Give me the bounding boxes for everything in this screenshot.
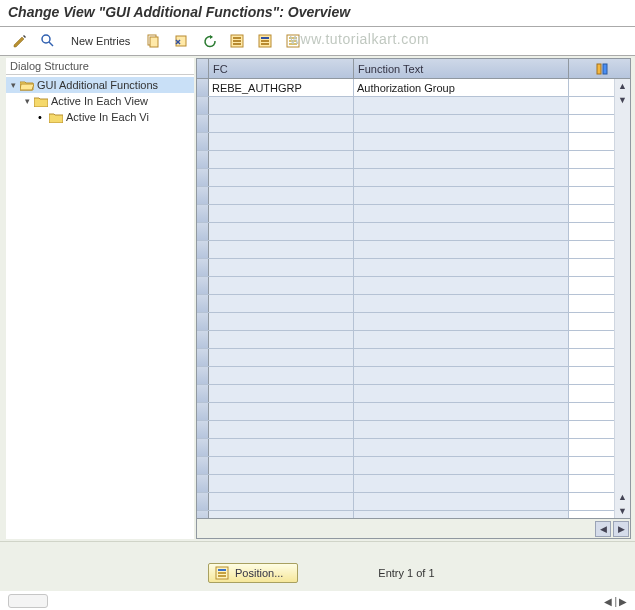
cell-fc[interactable] — [209, 115, 354, 132]
delete-icon[interactable] — [169, 31, 193, 51]
cell-function-text[interactable] — [354, 475, 569, 492]
row-selector[interactable] — [197, 457, 209, 474]
row-selector[interactable] — [197, 475, 209, 492]
row-selector[interactable] — [197, 241, 209, 258]
table-row[interactable] — [197, 187, 614, 205]
cell-function-text[interactable] — [354, 187, 569, 204]
cell-fc[interactable] — [209, 259, 354, 276]
cell-fc[interactable] — [209, 241, 354, 258]
row-selector[interactable] — [197, 367, 209, 384]
row-selector[interactable] — [197, 511, 209, 518]
cell-function-text[interactable] — [354, 259, 569, 276]
cell-function-text[interactable] — [354, 439, 569, 456]
cell-fc[interactable] — [209, 511, 354, 518]
row-selector[interactable] — [197, 151, 209, 168]
table-row[interactable] — [197, 115, 614, 133]
scroll-down-end-icon[interactable]: ▼ — [616, 504, 630, 518]
cell-fc[interactable]: REBE_AUTHGRP — [209, 79, 354, 96]
select-block-icon[interactable] — [253, 31, 277, 51]
row-selector-header[interactable] — [197, 59, 209, 78]
nav-right-icon[interactable]: ▶ — [619, 596, 627, 607]
cell-fc[interactable] — [209, 205, 354, 222]
status-chip[interactable] — [8, 594, 48, 608]
cell-fc[interactable] — [209, 367, 354, 384]
table-row[interactable] — [197, 223, 614, 241]
row-selector[interactable] — [197, 259, 209, 276]
new-entries-button[interactable]: New Entries — [64, 31, 137, 51]
cell-fc[interactable] — [209, 331, 354, 348]
table-row[interactable] — [197, 475, 614, 493]
scroll-left-icon[interactable]: ◀ — [595, 521, 611, 537]
cell-function-text[interactable] — [354, 349, 569, 366]
cell-fc[interactable] — [209, 385, 354, 402]
cell-function-text[interactable] — [354, 421, 569, 438]
table-row[interactable] — [197, 457, 614, 475]
cell-function-text[interactable] — [354, 385, 569, 402]
tree-node-gui-additional-functions[interactable]: ▾ GUI Additional Functions — [6, 77, 194, 93]
table-row[interactable] — [197, 295, 614, 313]
table-row[interactable] — [197, 349, 614, 367]
cell-fc[interactable] — [209, 277, 354, 294]
tree-node-active-in-each-view[interactable]: ▾ Active In Each View — [6, 93, 194, 109]
row-selector[interactable] — [197, 205, 209, 222]
tree-node-active-in-each-view-cluster[interactable]: • Active In Each Vi — [6, 109, 194, 125]
row-selector[interactable] — [197, 187, 209, 204]
cell-function-text[interactable] — [354, 169, 569, 186]
cell-fc[interactable] — [209, 421, 354, 438]
row-selector[interactable] — [197, 169, 209, 186]
toggle-display-change-icon[interactable] — [8, 31, 32, 51]
row-selector[interactable] — [197, 331, 209, 348]
undo-change-icon[interactable] — [197, 31, 221, 51]
cell-fc[interactable] — [209, 475, 354, 492]
row-selector[interactable] — [197, 277, 209, 294]
table-row[interactable] — [197, 385, 614, 403]
cell-fc[interactable] — [209, 439, 354, 456]
row-selector[interactable] — [197, 421, 209, 438]
table-row[interactable] — [197, 313, 614, 331]
configure-columns-icon[interactable] — [569, 59, 630, 78]
expand-toggle-icon[interactable]: ▾ — [8, 80, 19, 91]
table-row[interactable] — [197, 259, 614, 277]
scroll-up-end-icon[interactable]: ▲ — [616, 490, 630, 504]
cell-function-text[interactable] — [354, 367, 569, 384]
cell-function-text[interactable] — [354, 331, 569, 348]
row-selector[interactable] — [197, 439, 209, 456]
scroll-up-icon[interactable]: ▲ — [616, 79, 630, 93]
cell-fc[interactable] — [209, 295, 354, 312]
vertical-scrollbar[interactable]: ▲ ▼ ▲ ▼ — [614, 79, 630, 518]
table-row[interactable] — [197, 133, 614, 151]
column-header-fc[interactable]: FC — [209, 59, 354, 78]
row-selector[interactable] — [197, 97, 209, 114]
cell-function-text[interactable] — [354, 295, 569, 312]
row-selector[interactable] — [197, 385, 209, 402]
nav-left-icon[interactable]: ◀ — [604, 596, 612, 607]
row-selector[interactable] — [197, 349, 209, 366]
choose-detail-icon[interactable] — [36, 31, 60, 51]
row-selector[interactable] — [197, 133, 209, 150]
cell-fc[interactable] — [209, 457, 354, 474]
cell-function-text[interactable] — [354, 241, 569, 258]
table-row[interactable]: REBE_AUTHGRPAuthorization Group — [197, 79, 614, 97]
cell-function-text[interactable] — [354, 97, 569, 114]
cell-function-text[interactable] — [354, 133, 569, 150]
row-selector[interactable] — [197, 115, 209, 132]
copy-as-icon[interactable] — [141, 31, 165, 51]
cell-function-text[interactable] — [354, 277, 569, 294]
cell-function-text[interactable] — [354, 493, 569, 510]
table-row[interactable] — [197, 205, 614, 223]
cell-fc[interactable] — [209, 493, 354, 510]
row-selector[interactable] — [197, 403, 209, 420]
cell-function-text[interactable] — [354, 313, 569, 330]
cell-function-text[interactable] — [354, 511, 569, 518]
row-selector[interactable] — [197, 223, 209, 240]
table-row[interactable] — [197, 367, 614, 385]
cell-fc[interactable] — [209, 169, 354, 186]
cell-fc[interactable] — [209, 313, 354, 330]
row-selector[interactable] — [197, 79, 209, 96]
row-selector[interactable] — [197, 313, 209, 330]
table-row[interactable] — [197, 277, 614, 295]
expand-toggle-icon[interactable]: ▾ — [22, 96, 33, 107]
table-row[interactable] — [197, 331, 614, 349]
cell-fc[interactable] — [209, 151, 354, 168]
cell-fc[interactable] — [209, 349, 354, 366]
